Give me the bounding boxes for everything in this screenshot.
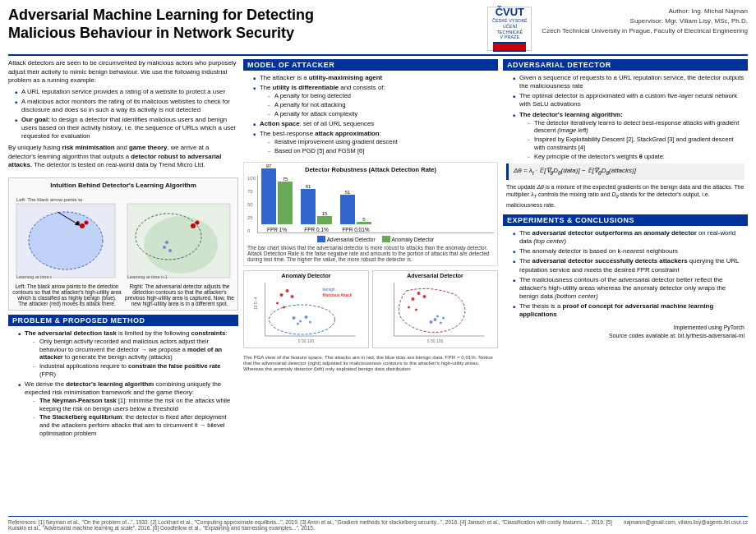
svg-point-13 bbox=[144, 216, 218, 274]
logo-emblem bbox=[493, 42, 526, 52]
svg-point-50 bbox=[415, 309, 417, 311]
svg-point-28 bbox=[305, 315, 308, 319]
anomaly-bar-3-wrap: 5 bbox=[357, 217, 371, 224]
attack-list: Iterative improvement using gradient des… bbox=[260, 138, 495, 155]
cvut-logo: ČVUT ČESKÉ VYSOKÉUČENÍ TECHNICKÉV PRAZE bbox=[487, 7, 532, 51]
conclusion-5: The thesis is a proof of concept for adv… bbox=[513, 302, 744, 319]
model-bullet-2: The utility is differentiable and consis… bbox=[253, 84, 495, 117]
bar-chart-caption: The bar chart shows that the adversarial… bbox=[247, 245, 494, 262]
bar-group-fpr1: 97 75 FPR 1% bbox=[261, 163, 293, 232]
svg-point-6 bbox=[80, 223, 85, 228]
problem-bullets: The adversarial detection task is limite… bbox=[12, 329, 235, 438]
model-bullet-3: Action space: set of all URL sequences bbox=[253, 120, 495, 128]
algo-diagram-svg: Left: The black arrow points to Learning… bbox=[12, 191, 234, 282]
bars-pair-2: 61 15 bbox=[301, 184, 332, 224]
svg-point-35 bbox=[283, 306, 285, 309]
utility-2: A penalty for not attacking bbox=[268, 101, 495, 109]
source-code-label: Source codes available at: bit.ly/thesis… bbox=[506, 332, 744, 339]
intro-bullet-1: A URL reputation service provides a rati… bbox=[15, 88, 238, 96]
svg-point-45 bbox=[442, 317, 445, 320]
svg-text:Learning at time t: Learning at time t bbox=[16, 274, 52, 279]
problem-content: The adversarial detection task is limite… bbox=[8, 326, 238, 441]
caption-right: Right: The adversarial detector adjusts … bbox=[125, 283, 234, 306]
learning-1: The detector iteratively learns to detec… bbox=[528, 119, 744, 136]
svg-point-17 bbox=[163, 246, 166, 249]
model-content: The attacker is a utility-maximising age… bbox=[243, 71, 498, 158]
conclusions-section-header: EXPERIMENTS & CONCLUSIONS bbox=[503, 214, 748, 226]
conclusions-content: The adversarial detector outperforms an … bbox=[503, 226, 748, 341]
adversarial-scatter-svg: 0 50 100 bbox=[375, 279, 496, 344]
svg-text:0    50   100: 0 50 100 bbox=[427, 338, 444, 343]
method-1: The Neyman-Pearson task [1]: minimise th… bbox=[33, 397, 235, 413]
adv-bullet-3: The detector's learning algorithm: The d… bbox=[513, 111, 744, 161]
constraint-2: Industrial applications require to const… bbox=[33, 362, 235, 379]
anomaly-scatter: Anomaly Detector 0 50 100 10 0 -4 bbox=[243, 270, 369, 348]
anomaly-scatter-title: Anomaly Detector bbox=[246, 273, 366, 279]
svg-text:0    50   100: 0 50 100 bbox=[298, 338, 315, 343]
svg-point-34 bbox=[291, 295, 294, 298]
problem-bullet-1: The adversarial detection task is limite… bbox=[18, 329, 235, 379]
adversarial-section-header: ADVERSARIAL DETECTOR bbox=[503, 59, 748, 71]
anomaly-bar-1 bbox=[278, 182, 293, 224]
bar-legend: Adversarial Detector Anomaly Detector bbox=[257, 236, 494, 242]
conclusion-4: The maliciousness contours of the advers… bbox=[513, 276, 744, 301]
svg-point-44 bbox=[430, 320, 433, 324]
svg-point-18 bbox=[168, 249, 172, 252]
svg-rect-2 bbox=[493, 50, 526, 52]
bars-pair-3: 51 5 bbox=[340, 190, 371, 224]
adv-bullet-1: Given a sequence of requests to a URL re… bbox=[513, 74, 744, 90]
svg-point-26 bbox=[293, 316, 296, 320]
anomaly-bar-1-wrap: 75 bbox=[278, 177, 293, 224]
constraints-list: Only benign activity recorded and malici… bbox=[25, 338, 235, 379]
diagram-title: Intuition Behind Detector's Learning Alg… bbox=[12, 182, 234, 189]
svg-point-48 bbox=[408, 306, 410, 309]
y-axis-labels: 100 75 50 25 0 bbox=[247, 176, 257, 233]
adversarial-bullets: Given a sequence of requests to a URL re… bbox=[506, 74, 744, 160]
learning-list: The detector iteratively learns to detec… bbox=[519, 119, 744, 161]
intro-bullet-2: A malicious actor monitors the rating of… bbox=[15, 98, 238, 114]
legend-adv-swatch bbox=[317, 236, 325, 242]
main-content: Attack detectors are seen to be circumve… bbox=[8, 59, 748, 513]
adv-bar-3-wrap: 51 bbox=[340, 190, 355, 224]
legend-anomaly-swatch bbox=[382, 236, 390, 242]
constraint-1: Only benign activity recorded and malici… bbox=[33, 338, 235, 361]
svg-point-33 bbox=[276, 302, 279, 305]
scatter-charts: Anomaly Detector 0 50 100 10 0 -4 bbox=[243, 270, 498, 348]
anomaly-bar-2 bbox=[317, 216, 332, 224]
conclusion-3: The adversarial detector successfully de… bbox=[513, 257, 744, 274]
legend-anomaly: Anomaly Detector bbox=[382, 236, 435, 242]
svg-point-42 bbox=[440, 322, 442, 325]
legend-anomaly-label: Anomaly Detector bbox=[392, 237, 435, 242]
method-2: The Stackelberg equilibrium: the detecto… bbox=[33, 413, 235, 437]
adversarial-section: ADVERSARIAL DETECTOR Given a sequence of… bbox=[503, 59, 748, 210]
svg-point-46 bbox=[412, 297, 415, 301]
svg-point-15 bbox=[191, 223, 196, 228]
svg-point-7 bbox=[85, 220, 89, 224]
formula-description: The update Δθ is a mixture of the expect… bbox=[506, 183, 744, 209]
adv-bullet-2: The optimal detector is approximated wit… bbox=[513, 92, 744, 108]
intro-bullets: A URL reputation service provides a rati… bbox=[8, 88, 238, 141]
bar-chart-inner: 97 75 FPR 1% bbox=[257, 176, 494, 242]
svg-text:10  0 -4: 10 0 -4 bbox=[253, 297, 258, 310]
problem-bullet-2: We derive the detector's learning algori… bbox=[18, 380, 235, 438]
adversarial-content: Given a sequence of requests to a URL re… bbox=[503, 71, 748, 210]
scatter-caption: The PGA view of the feature space. The a… bbox=[243, 354, 498, 371]
adv-bar-3 bbox=[340, 195, 355, 224]
bar-chart: 97 75 FPR 1% bbox=[257, 176, 494, 233]
svg-point-19 bbox=[165, 241, 168, 244]
anomaly-scatter-svg: 0 50 100 10 0 -4 bbox=[246, 279, 366, 344]
poster: Adversarial Machine Learning for Detecti… bbox=[0, 0, 756, 534]
adversarial-scatter-title: Adversarial Detector bbox=[375, 273, 496, 279]
svg-point-30 bbox=[309, 321, 311, 324]
svg-point-29 bbox=[297, 323, 299, 325]
model-section: MODEL OF ATTACKER The attacker is a util… bbox=[243, 59, 498, 158]
poster-title: Adversarial Machine Learning for Detecti… bbox=[8, 7, 477, 42]
footer-contact: najmanm@gmail.com, viliam.lisy@agents.fe… bbox=[624, 519, 748, 531]
svg-text:benign: benign bbox=[323, 287, 335, 292]
middle-column: MODEL OF ATTACKER The attacker is a util… bbox=[243, 59, 498, 513]
bar-label-2: FPR 0.1% bbox=[304, 227, 329, 232]
bars-pair-1: 97 75 bbox=[261, 163, 293, 224]
intro-conclusion: By uniquely fusing risk minimisation and… bbox=[8, 144, 238, 170]
svg-point-43 bbox=[436, 315, 439, 318]
diagram-box: Intuition Behind Detector's Learning Alg… bbox=[8, 177, 238, 311]
